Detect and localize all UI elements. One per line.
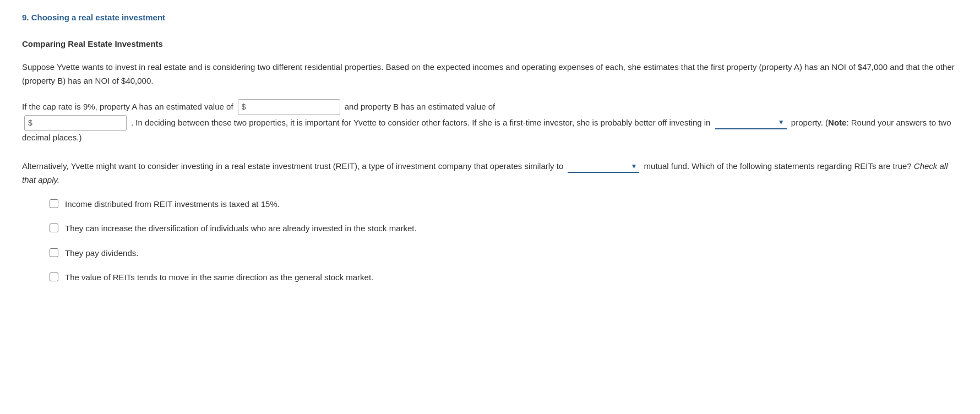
- property-select[interactable]: A B: [715, 117, 787, 128]
- question-2-text: Alternatively, Yvette might want to cons…: [22, 160, 958, 187]
- fund-type-select-wrapper: a an ▼: [568, 161, 639, 173]
- property-select-wrapper: A B ▼: [715, 117, 787, 129]
- question-1-text: If the cap rate is 9%, property A has an…: [22, 99, 958, 145]
- intro-paragraph: Suppose Yvette wants to invest in real e…: [22, 61, 958, 88]
- dollar-sign-a: $: [242, 101, 246, 113]
- checkbox-item-2: They can increase the diversification of…: [50, 222, 958, 235]
- note-label: Note: [828, 118, 846, 127]
- checkbox-label-4: The value of REITs tends to move in the …: [65, 271, 373, 284]
- checkbox-3[interactable]: [50, 248, 58, 257]
- dollar-sign-b: $: [28, 117, 32, 129]
- q1-part1: If the cap rate is 9%, property A has an…: [22, 102, 233, 111]
- fund-type-select[interactable]: a an: [568, 161, 639, 172]
- q2-part2: mutual fund. Which of the following stat…: [644, 161, 912, 171]
- checkbox-item-1: Income distributed from REIT investments…: [50, 198, 958, 211]
- checkbox-4[interactable]: [50, 273, 58, 281]
- checkbox-group: Income distributed from REIT investments…: [50, 198, 958, 284]
- checkbox-1[interactable]: [50, 199, 58, 208]
- question-1: If the cap rate is 9%, property A has an…: [22, 99, 958, 145]
- page-title: 9. Choosing a real estate investment: [22, 11, 958, 24]
- section-title: Comparing Real Estate Investments: [22, 37, 958, 51]
- q1-part4: property. (: [791, 118, 828, 127]
- checkbox-item-3: They pay dividends.: [50, 247, 958, 260]
- property-a-value-input[interactable]: [248, 102, 336, 111]
- property-a-value-wrapper: $: [238, 99, 340, 115]
- property-b-value-input[interactable]: [35, 118, 123, 127]
- checkbox-label-2: They can increase the diversification of…: [65, 222, 417, 235]
- checkbox-item-4: The value of REITs tends to move in the …: [50, 271, 958, 284]
- q1-part3: . In deciding between these two properti…: [131, 118, 710, 127]
- checkbox-2[interactable]: [50, 224, 58, 232]
- q2-part1: Alternatively, Yvette might want to cons…: [22, 161, 563, 171]
- q1-part2: and property B has an estimated value of: [345, 102, 496, 111]
- property-b-value-wrapper: $: [24, 115, 127, 131]
- checkbox-label-1: Income distributed from REIT investments…: [65, 198, 280, 211]
- question-2: Alternatively, Yvette might want to cons…: [22, 160, 958, 284]
- checkbox-label-3: They pay dividends.: [65, 247, 138, 260]
